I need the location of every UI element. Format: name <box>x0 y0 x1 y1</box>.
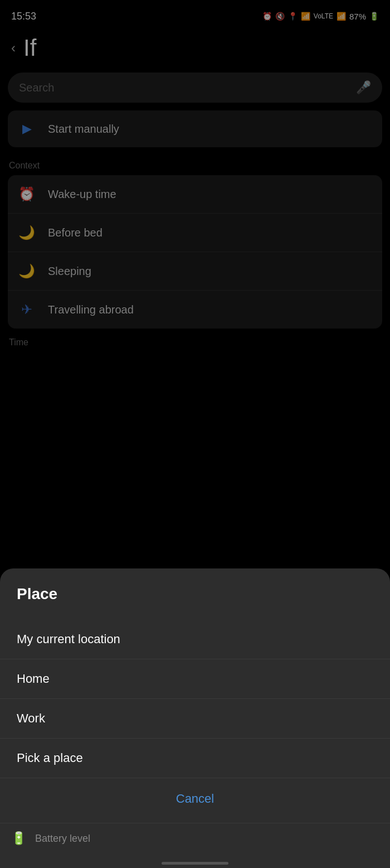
home-indicator <box>162 862 228 865</box>
pick-place-label: Pick a place <box>17 751 83 765</box>
home-label: Home <box>17 672 50 686</box>
sheet-item-current-location[interactable]: My current location <box>0 620 390 659</box>
sheet-item-home[interactable]: Home <box>0 659 390 699</box>
battery-peek-label: Battery level <box>35 833 90 845</box>
battery-peek-icon: 🔋 <box>11 831 26 846</box>
sheet-item-pick-place[interactable]: Pick a place <box>0 739 390 778</box>
sheet-item-work[interactable]: Work <box>0 699 390 739</box>
bottom-sheet: Place My current location Home Work Pick… <box>0 568 390 868</box>
sheet-cancel-area: Cancel <box>0 778 390 823</box>
work-label: Work <box>17 711 45 725</box>
cancel-button[interactable]: Cancel <box>176 792 214 806</box>
bottom-sheet-title: Place <box>0 585 390 620</box>
current-location-label: My current location <box>17 632 120 646</box>
bottom-peek: 🔋 Battery level <box>0 823 390 868</box>
